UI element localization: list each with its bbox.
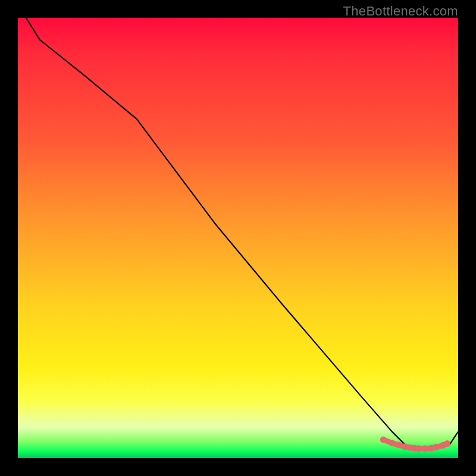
chart-line-group	[18, 5, 458, 449]
chart-frame: TheBottleneck.com	[0, 0, 476, 476]
chart-svg	[18, 18, 458, 458]
highlight-dot	[415, 445, 422, 452]
highlight-dot	[396, 441, 402, 448]
watermark-text: TheBottleneck.com	[343, 4, 458, 19]
bottleneck-curve	[18, 5, 458, 449]
highlight-dot	[380, 436, 387, 443]
highlight-dot	[433, 444, 440, 450]
highlight-dot	[422, 445, 428, 452]
highlight-dot	[444, 440, 450, 447]
optimal-range-markers	[380, 436, 450, 452]
highlight-dot	[389, 440, 396, 446]
plot-area	[18, 18, 458, 458]
